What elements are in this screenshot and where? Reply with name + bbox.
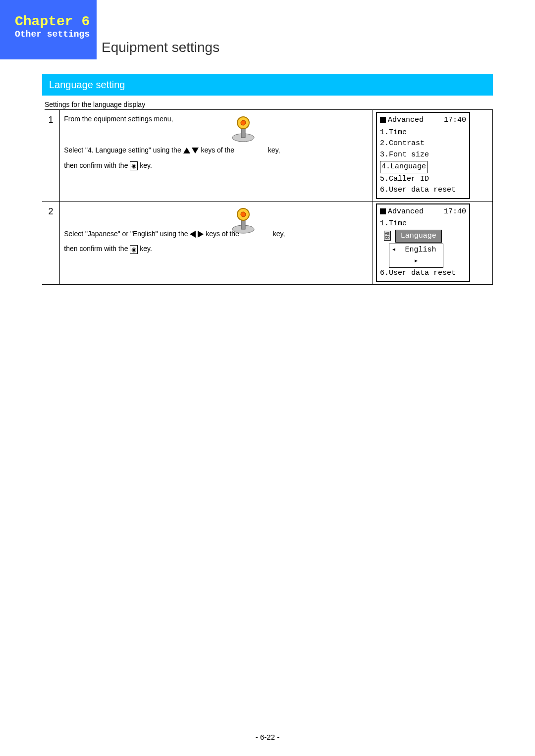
screen-indicator-icon xyxy=(380,208,386,214)
text: key, xyxy=(268,146,280,154)
left-arrow-icon xyxy=(190,231,196,238)
text: Select "Japanese" or "English" using the xyxy=(64,230,190,238)
page-number: - 6-22 - xyxy=(0,733,535,741)
popup-label: Language xyxy=(395,230,442,243)
step-line1: From the equipment settings menu, xyxy=(64,115,369,123)
chapter-label: Chapter 6 xyxy=(15,14,97,29)
joystick-icon xyxy=(228,205,258,235)
menu-item: 2.Contrast xyxy=(380,138,466,150)
step-number: 2 xyxy=(42,201,60,284)
menu-item: 3.Font size xyxy=(380,150,466,161)
menu-item: 6.User data reset xyxy=(380,185,466,196)
enter-key-icon: ◉ xyxy=(130,161,138,170)
language-selector: ◂ English ▸ xyxy=(389,244,443,268)
steps-table: 1 From the equipment settings menu, Sele… xyxy=(42,110,493,285)
language-value: English xyxy=(405,246,436,254)
enter-key-icon: ◉ xyxy=(130,245,138,254)
text: then confirm with the xyxy=(64,161,130,169)
menu-item: 1.Time xyxy=(380,218,466,230)
up-arrow-icon xyxy=(183,148,190,153)
left-caret-icon: ◂ xyxy=(391,246,396,254)
step-instruction: Select "4. Language setting" using the k… xyxy=(64,143,369,158)
language-icon: ABCD xyxy=(384,231,391,241)
menu-item: 1.Time xyxy=(380,127,466,139)
text: keys of the xyxy=(201,146,236,154)
step-instruction: Select "Japanese" or "English" using the… xyxy=(64,226,369,242)
intro-text: Settings for the language display xyxy=(45,101,493,110)
screen-indicator-icon xyxy=(380,117,386,123)
menu-item: 6.User data reset xyxy=(380,268,466,279)
menu-item: 5.Caller ID xyxy=(380,174,466,185)
step-description: From the equipment settings menu, Select… xyxy=(60,110,373,201)
lcd-screen: Advanced 17:40 1.Time 2.Contrast 3.Font … xyxy=(376,112,470,199)
svg-point-3 xyxy=(241,120,246,125)
lcd-screen: Advanced 17:40 1.Time ABCD Language ◂ En… xyxy=(376,203,470,282)
screen-cell: Advanced 17:40 1.Time 2.Contrast 3.Font … xyxy=(373,110,493,201)
right-caret-icon: ▸ xyxy=(414,257,418,265)
screen-cell: Advanced 17:40 1.Time ABCD Language ◂ En… xyxy=(373,201,493,284)
page-title: Equipment settings xyxy=(102,40,219,55)
step-row: 1 From the equipment settings menu, Sele… xyxy=(42,110,493,201)
joystick-icon xyxy=(228,114,258,144)
screen-time: 17:40 xyxy=(444,206,466,218)
screen-title: Advanced xyxy=(388,116,424,124)
chapter-subtitle: Other settings xyxy=(15,29,97,39)
menu-item-selected: 4.Language xyxy=(380,161,428,173)
text: Select "4. Language setting" using the xyxy=(64,146,183,154)
text: then confirm with the xyxy=(64,245,130,252)
step-number: 1 xyxy=(42,110,60,201)
down-arrow-icon xyxy=(192,148,199,153)
step-description: Select "Japanese" or "English" using the… xyxy=(60,201,373,284)
text: key. xyxy=(140,161,152,169)
chapter-header: Chapter 6 Other settings xyxy=(0,0,97,59)
screen-title: Advanced xyxy=(388,207,424,216)
section-title: Language setting xyxy=(42,74,493,96)
step-confirm: then confirm with the ◉ key. xyxy=(64,158,369,173)
step-row: 2 Select "Japanese" or "English" using t… xyxy=(42,201,493,284)
text: key. xyxy=(140,245,152,252)
step-confirm: then confirm with the ◉ key. xyxy=(64,241,369,256)
screen-time: 17:40 xyxy=(444,115,466,126)
svg-point-7 xyxy=(241,212,246,217)
text: key, xyxy=(273,230,285,238)
right-arrow-icon xyxy=(198,231,204,238)
